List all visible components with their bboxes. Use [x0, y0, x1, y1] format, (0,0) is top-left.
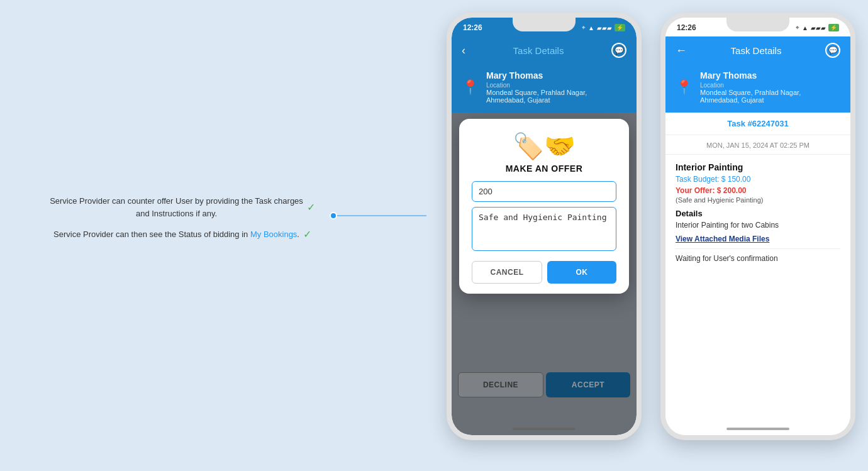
task-date: MON, JAN 15, 2024 AT 02:25 PM — [676, 141, 840, 149]
chat-icon-1[interactable]: 💬 — [611, 43, 626, 58]
connector-line — [333, 215, 426, 216]
modal-title: MAKE AN OFFER — [472, 163, 616, 174]
annotation-text-2: Service Provider can then see the Status… — [53, 228, 299, 241]
user-info-2: 📍 Mary Thomas Location Mondeal Square, P… — [665, 64, 850, 113]
modal-overlay-1: 🏷️🤝 MAKE AN OFFER Safe and Hygienic Pain… — [452, 113, 637, 435]
user-name-1: Mary Thomas — [486, 70, 626, 80]
offer-input[interactable] — [472, 181, 616, 202]
battery-icon-1: ⚡ — [615, 24, 625, 31]
signal-icon-1: ▰▰▰ — [597, 25, 612, 31]
user-details-2: Mary Thomas Location Mondeal Square, Pra… — [700, 70, 840, 104]
modal-card-1: 🏷️🤝 MAKE AN OFFER Safe and Hygienic Pain… — [459, 119, 629, 294]
task-details-content: Task #62247031 MON, JAN 15, 2024 AT 02:2… — [665, 113, 850, 435]
location-pin-2: 📍 — [676, 79, 693, 96]
user-location-2: Mondeal Square, Prahlad Nagar,Ahmedabad,… — [700, 89, 840, 104]
status-time-1: 12:26 — [463, 23, 482, 32]
task-number: Task #62247031 — [676, 119, 840, 128]
user-info-1: 📍 Mary Thomas Location Mondeal Square, P… — [452, 64, 637, 113]
chat-icon-2[interactable]: 💬 — [825, 43, 840, 58]
instructions-input[interactable]: Safe and Hygienic Painting — [472, 207, 616, 251]
location-label-2: Location — [700, 82, 840, 89]
task-service-name: Interior Painting — [676, 162, 840, 172]
task-your-offer: Your Offer: $ 200.00 — [676, 186, 840, 195]
task-info-section: Interior Painting Task Budget: $ 150.00 … — [665, 155, 850, 270]
header-title-1: Task Details — [465, 45, 611, 56]
phone-2: 12:26 ⌖ ▲ ▰▰▰ ⚡ ← Task Details 💬 📍 Mary … — [660, 13, 855, 440]
content-area-1: 🏷️🤝 MAKE AN OFFER Safe and Hygienic Pain… — [452, 113, 637, 435]
view-media-link[interactable]: View Attached Media Files — [676, 235, 840, 243]
app-header-2: ← Task Details 💬 — [665, 36, 850, 64]
phone-1: 12:26 ⌖ ▲ ▰▰▰ ⚡ ‹ Task Details 💬 📍 Mary … — [447, 13, 642, 440]
user-location-1: Mondeal Square, Prahlad Nagar,Ahmedabad,… — [486, 89, 626, 104]
home-indicator-2 — [726, 428, 789, 430]
notch-1 — [513, 18, 576, 31]
task-divider — [676, 248, 840, 249]
signal-icon-2: ▰▰▰ — [811, 25, 826, 31]
wifi-icon-1: ▲ — [588, 25, 594, 31]
notch-2 — [726, 18, 789, 31]
cancel-button[interactable]: CANCEL — [472, 261, 542, 284]
task-details-label: Details — [676, 209, 840, 218]
header-title-2: Task Details — [687, 45, 825, 56]
waiting-text: Waiting for User's confirmation — [676, 254, 840, 263]
user-name-2: Mary Thomas — [700, 70, 840, 80]
task-offer-note: (Safe and Hygienic Painting) — [676, 196, 840, 204]
location-icon-1: ⌖ — [582, 24, 586, 31]
wifi-icon-2: ▲ — [802, 25, 808, 31]
check-icon-2: ✓ — [303, 228, 311, 240]
phones-container: 12:26 ⌖ ▲ ▰▰▰ ⚡ ‹ Task Details 💬 📍 Mary … — [447, 13, 855, 440]
battery-icon-2: ⚡ — [828, 24, 839, 31]
location-icon-2: ⌖ — [796, 24, 799, 31]
task-budget: Task Budget: $ 150.00 — [676, 175, 840, 184]
task-number-bar: Task #62247031 — [665, 113, 850, 135]
app-header-1: ‹ Task Details 💬 — [452, 36, 637, 64]
connector-dot — [330, 212, 337, 219]
location-label-1: Location — [486, 82, 626, 89]
annotation-area: Service Provider can counter offer User … — [19, 195, 346, 241]
offer-icon: 🏷️🤝 — [472, 131, 616, 161]
back-button-2[interactable]: ← — [676, 44, 687, 57]
check-icon-1: ✓ — [307, 201, 315, 213]
user-details-1: Mary Thomas Location Mondeal Square, Pra… — [486, 70, 626, 104]
status-time-2: 12:26 — [677, 23, 696, 32]
task-details-text: Interior Painting for two Cabins — [676, 221, 840, 230]
ok-button[interactable]: OK — [547, 261, 616, 284]
annotation-text-1: Service Provider can counter offer User … — [50, 195, 303, 219]
modal-buttons: CANCEL OK — [472, 261, 616, 284]
location-pin-1: 📍 — [462, 79, 479, 96]
